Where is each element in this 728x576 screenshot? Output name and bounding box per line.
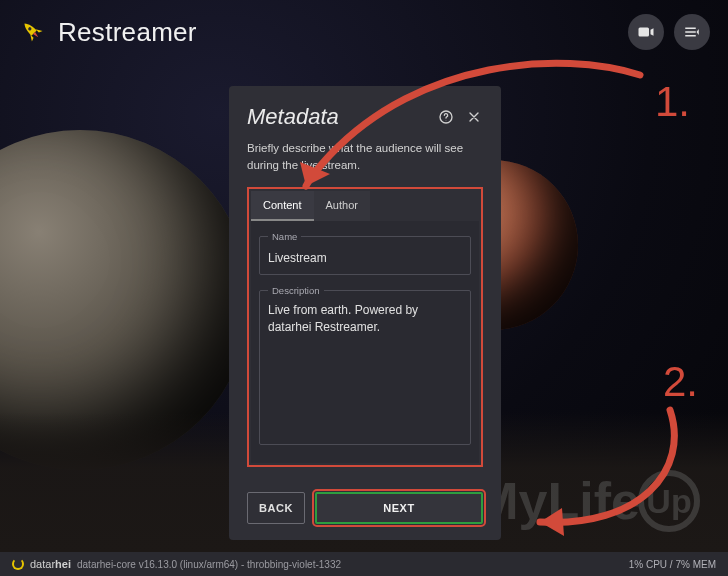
- back-button[interactable]: BACK: [247, 492, 305, 524]
- tab-area-highlight: Content Author Name Description: [247, 187, 483, 467]
- status-metrics: 1% CPU / 7% MEM: [629, 559, 716, 570]
- tab-author[interactable]: Author: [314, 191, 370, 221]
- tabs: Content Author: [251, 191, 479, 221]
- logo[interactable]: Restreamer: [18, 17, 197, 48]
- next-button[interactable]: NEXT: [315, 492, 483, 524]
- status-brand-bold: hei: [55, 558, 71, 570]
- rocket-icon: [18, 17, 48, 47]
- description-input[interactable]: [268, 302, 462, 432]
- status-brand-light: datar: [30, 558, 55, 570]
- modal-description: Briefly describe what the audience will …: [247, 140, 483, 173]
- status-brand: datarhei: [30, 558, 71, 570]
- name-input[interactable]: [268, 251, 462, 265]
- close-button[interactable]: [465, 108, 483, 126]
- close-icon: [466, 109, 482, 125]
- field-description: Description: [259, 285, 471, 445]
- svg-point-2: [446, 120, 447, 121]
- description-label: Description: [268, 285, 324, 296]
- spinner-icon: [12, 558, 24, 570]
- topbar: Restreamer: [0, 0, 728, 64]
- name-label: Name: [268, 231, 301, 242]
- tab-body-content: Name Description: [251, 221, 479, 463]
- menu-button[interactable]: [674, 14, 710, 50]
- status-bar: datarhei datarhei-core v16.13.0 (linux/a…: [0, 552, 728, 576]
- metadata-modal: Metadata Briefly describe what the audie…: [229, 86, 501, 540]
- modal-footer: BACK NEXT: [247, 478, 483, 524]
- watermark-circle: Up: [638, 470, 700, 532]
- brand-name: Restreamer: [58, 17, 197, 48]
- status-text: datarhei-core v16.13.0 (linux/arm64) - t…: [77, 559, 341, 570]
- field-name: Name: [259, 231, 471, 275]
- modal-title: Metadata: [247, 104, 339, 130]
- menu-collapse-icon: [683, 23, 701, 41]
- help-button[interactable]: [437, 108, 455, 126]
- camera-button[interactable]: [628, 14, 664, 50]
- help-icon: [438, 109, 454, 125]
- camera-icon: [637, 23, 655, 41]
- tab-content[interactable]: Content: [251, 191, 314, 221]
